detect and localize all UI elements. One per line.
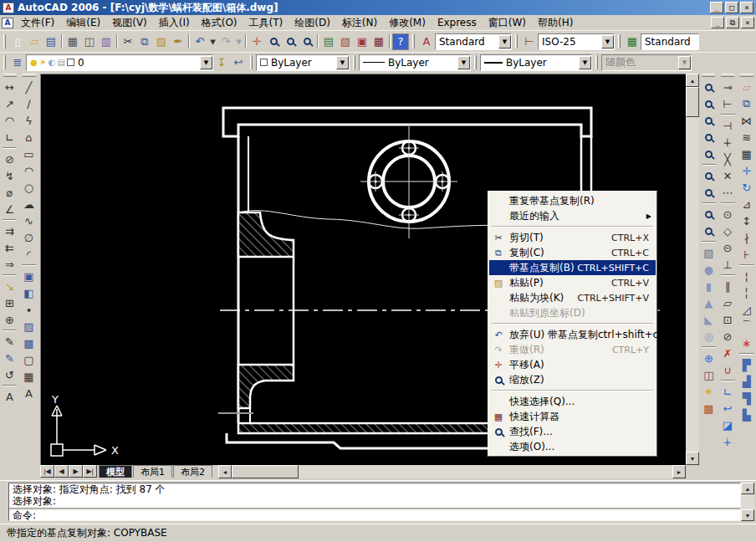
quick-leader-button[interactable]: ↘ (2, 278, 18, 294)
make-object-layer-current-button[interactable]: ↧ (213, 54, 230, 71)
make-block-button[interactable]: ◧ (21, 284, 38, 301)
table-button[interactable]: ▦ (21, 368, 38, 385)
toolbar-grip[interactable] (250, 55, 253, 69)
layer-previous-button[interactable]: ↩ (230, 54, 247, 71)
layer-combo[interactable]: ● ☀ ◐ ▤ 0 ▼ (26, 54, 213, 71)
copy-object-button[interactable]: ⧉ (738, 95, 755, 112)
plot-button[interactable]: ▦ (64, 33, 81, 50)
new-button[interactable]: ▯ (9, 33, 26, 50)
scroll-right-button[interactable]: ► (672, 465, 686, 478)
zoom-window-button[interactable] (282, 33, 299, 50)
lineweight-combo[interactable]: ByLayer ▼ (480, 54, 592, 71)
move-button[interactable]: ✛ (738, 162, 755, 179)
snap-center-button[interactable]: ⊙ (719, 206, 736, 222)
menu-window[interactable]: 窗口(W) (483, 15, 532, 31)
offset-button[interactable]: ≋ (738, 129, 755, 146)
ucs-previous-button[interactable]: ↩ (719, 400, 736, 417)
layer-properties-manager-button[interactable]: ≣ (9, 54, 26, 71)
snap-nearest-button[interactable]: ⊘ (719, 328, 736, 345)
solid-cylinder-button[interactable]: ▮ (700, 278, 717, 294)
menu-help[interactable]: 帮助(H) (532, 15, 579, 31)
menu-item-find[interactable]: 查找(F)... (489, 424, 656, 439)
toolbar-grip[interactable] (3, 74, 17, 77)
toolbar-grip[interactable] (515, 34, 518, 49)
render-button[interactable]: ▩ (700, 400, 717, 417)
sheet-set-manager-button[interactable]: ▤ (320, 33, 337, 50)
table-style-button[interactable]: ▦ (624, 33, 641, 50)
color-combo[interactable]: ByLayer ▼ (256, 54, 350, 71)
dim-quick-button[interactable]: ⇉ (2, 222, 18, 239)
tab-模型[interactable]: 模型 (99, 465, 132, 478)
toolbar-grip[interactable] (3, 34, 6, 49)
draworder-send-to-back-button[interactable]: ▟ (738, 373, 755, 390)
toolbar-grip[interactable] (3, 55, 6, 69)
snap-quadrant-button[interactable]: ◇ (719, 222, 736, 239)
snap-tangent-button[interactable]: ⊝ (719, 239, 736, 256)
rotate-button[interactable]: ↻ (738, 179, 755, 196)
horizontal-scroll-thumb[interactable] (232, 465, 299, 478)
markup-set-manager-button[interactable]: ▧ (337, 33, 354, 50)
text-style-combo[interactable]: Standard ▼ (435, 33, 512, 50)
polyline-button[interactable]: ϟ (21, 112, 38, 129)
copy-button[interactable]: ⧉ (136, 33, 153, 50)
region-button[interactable]: ▢ (21, 351, 38, 368)
snap-node-button[interactable]: ⊡ (719, 311, 736, 328)
tab-last-button[interactable]: ▶| (83, 465, 97, 478)
dim-text-edit-button[interactable]: ✎ (2, 350, 18, 366)
command-scroll-track[interactable] (741, 494, 754, 509)
dim-style-manager-button[interactable]: A (2, 388, 18, 405)
zoom-center-button[interactable] (700, 129, 717, 146)
quickcalc-button[interactable]: ▦ (370, 33, 387, 50)
break-at-point-button[interactable]: ¦ (738, 268, 755, 284)
snap-apparent-intersection-button[interactable]: ✕ (719, 167, 736, 184)
command-prompt[interactable]: 命令: (9, 510, 740, 521)
toolbar-grip[interactable] (721, 74, 734, 77)
scroll-left-button[interactable]: ◄ (218, 465, 232, 478)
menu-item-cut[interactable]: ✂剪切(T)CTRL+X (489, 230, 656, 245)
draworder-bring-above-button[interactable]: ▜ (738, 390, 755, 406)
menu-item-paste[interactable]: ▨粘贴(P)CTRL+V (489, 275, 656, 290)
menu-item-quick-select[interactable]: 快速选择(Q)... (489, 394, 656, 409)
dim-jogged-button[interactable]: ↯ (2, 167, 18, 184)
circle-button[interactable]: ○ (21, 179, 38, 196)
menu-insert[interactable]: 插入(I) (153, 15, 196, 31)
ucs-origin-button[interactable]: ∔ (719, 433, 736, 450)
hatch-button[interactable]: ▨ (21, 318, 38, 335)
stretch-button[interactable]: ↕ (738, 212, 755, 229)
chevron-down-icon[interactable]: ▼ (457, 56, 470, 69)
zoom-object-button[interactable] (700, 146, 717, 162)
spline-button[interactable]: ∿ (21, 212, 38, 229)
erase-button[interactable]: ▱ (738, 79, 755, 95)
zoom-in-button[interactable] (700, 167, 717, 184)
snap-from-button[interactable]: ⊢ (719, 95, 736, 112)
doc-minimize-button[interactable]: _ (711, 17, 724, 28)
dim-aligned-button[interactable]: ↗ (2, 95, 18, 112)
solid-torus-button[interactable]: ◎ (700, 328, 717, 345)
construction-line-button[interactable]: ∕ (21, 95, 38, 112)
doc-close-button[interactable]: × (741, 17, 754, 28)
table-style-combo[interactable]: Standard (641, 33, 699, 50)
menu-file[interactable]: 文件(F) (15, 15, 60, 31)
menu-item-options[interactable]: 选项(O)... (489, 439, 656, 454)
menu-item-recent-input[interactable]: 最近的输入▶ (489, 208, 656, 223)
command-text-area[interactable]: 选择对象: 指定对角点: 找到 87 个选择对象: 命令: (8, 483, 741, 521)
menu-express[interactable]: Express (432, 15, 483, 31)
snap-midpoint-button[interactable]: ∔ (719, 134, 736, 151)
minimize-button[interactable]: _ (710, 2, 723, 13)
dim-edit-button[interactable]: ✎ (2, 333, 18, 350)
close-button[interactable]: × (740, 2, 753, 13)
multiline-text-button[interactable]: A (21, 385, 38, 401)
doc-restore-button[interactable]: ⧉ (726, 17, 739, 28)
plot-preview-button[interactable]: ◫ (81, 33, 98, 50)
center-mark-button[interactable]: ⊕ (2, 311, 18, 328)
dim-style-combo[interactable]: ISO-25 ▼ (538, 33, 615, 50)
vertical-scrollbar[interactable]: ▲ ▼ (686, 74, 699, 465)
ellipse-arc-button[interactable]: ◜ (21, 246, 38, 263)
zoom-previous-button[interactable] (299, 33, 315, 50)
menu-view[interactable]: 视图(V) (106, 15, 153, 31)
tab-布局1[interactable]: 布局1 (133, 465, 172, 478)
trim-button[interactable]: ∤ (738, 229, 755, 246)
snap-endpoint-button[interactable]: ⊣ (719, 117, 736, 134)
toolbar-grip[interactable] (740, 74, 753, 77)
menu-item-repeat-copybase[interactable]: 重复带基点复制(R) (489, 193, 656, 208)
